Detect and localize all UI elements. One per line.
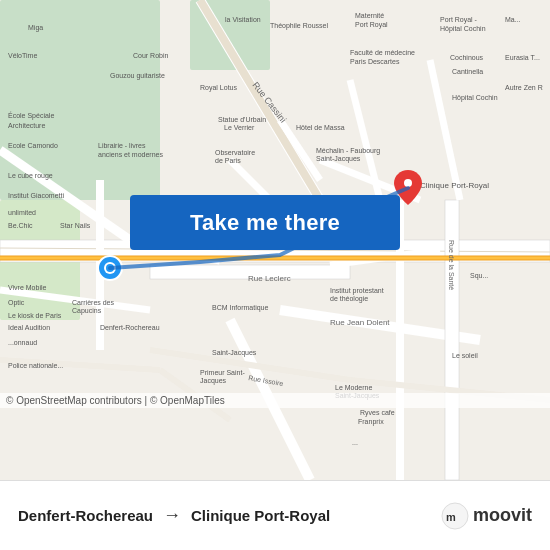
- svg-text:Jacques: Jacques: [200, 377, 227, 385]
- svg-text:Rue de la Santé: Rue de la Santé: [448, 240, 455, 290]
- svg-text:...: ...: [352, 439, 358, 446]
- bottom-bar: Denfert-Rochereau → Clinique Port-Royal …: [0, 480, 550, 550]
- origin-label: Denfert-Rochereau: [18, 507, 153, 524]
- svg-text:Squ...: Squ...: [470, 272, 488, 280]
- svg-text:Paris Descartes: Paris Descartes: [350, 58, 400, 65]
- svg-text:Port Royal -: Port Royal -: [440, 16, 478, 24]
- svg-text:Vivre Mobile: Vivre Mobile: [8, 284, 46, 291]
- svg-text:Capucins: Capucins: [72, 307, 102, 315]
- svg-text:Hôtel de Massa: Hôtel de Massa: [296, 124, 345, 131]
- svg-text:Cochinous: Cochinous: [450, 54, 484, 61]
- svg-text:Institut Giacometti: Institut Giacometti: [8, 192, 64, 199]
- svg-text:BCM Informatique: BCM Informatique: [212, 304, 269, 312]
- svg-text:Institut protestant: Institut protestant: [330, 287, 384, 295]
- svg-text:Librairie - livres: Librairie - livres: [98, 142, 146, 149]
- svg-text:Maternité: Maternité: [355, 12, 384, 19]
- route-info: Denfert-Rochereau → Clinique Port-Royal: [18, 505, 441, 526]
- svg-text:Cantinella: Cantinella: [452, 68, 483, 75]
- attribution-text: © OpenStreetMap contributors | © OpenMap…: [6, 395, 225, 406]
- svg-text:Clinique Port-Royal: Clinique Port-Royal: [420, 181, 489, 190]
- svg-text:Hôpital Cochin: Hôpital Cochin: [440, 25, 486, 33]
- svg-text:Eurasia T...: Eurasia T...: [505, 54, 540, 61]
- svg-text:Star Nails: Star Nails: [60, 222, 91, 229]
- take-me-there-button-container: Take me there: [130, 195, 400, 250]
- map-container: Boulevard Arago Rue Leclerc Rue Jean Dol…: [0, 0, 550, 480]
- svg-text:Ecole Camondo: Ecole Camondo: [8, 142, 58, 149]
- svg-text:Ideal Audition: Ideal Audition: [8, 324, 50, 331]
- svg-text:Le Moderne: Le Moderne: [335, 384, 372, 391]
- svg-text:Le Verrier: Le Verrier: [224, 124, 255, 131]
- svg-text:Le cube rouge: Le cube rouge: [8, 172, 53, 180]
- svg-text:Faculté de médecine: Faculté de médecine: [350, 49, 415, 56]
- moovit-logo: m moovit: [441, 502, 532, 530]
- svg-text:Cour Robin: Cour Robin: [133, 52, 169, 59]
- svg-text:Carrières des: Carrières des: [72, 299, 115, 306]
- svg-text:unlimited: unlimited: [8, 209, 36, 216]
- svg-text:Saint-Jacques: Saint-Jacques: [316, 155, 361, 163]
- svg-text:de Paris: de Paris: [215, 157, 241, 164]
- svg-text:Ma...: Ma...: [505, 16, 521, 23]
- svg-text:Royal Lotus: Royal Lotus: [200, 84, 237, 92]
- svg-text:Saint-Jacques: Saint-Jacques: [212, 349, 257, 357]
- take-me-there-button[interactable]: Take me there: [130, 195, 400, 250]
- svg-text:Miga: Miga: [28, 24, 43, 32]
- svg-text:Méchalin - Faubourg: Méchalin - Faubourg: [316, 147, 380, 155]
- moovit-logo-icon: m: [441, 502, 469, 530]
- moovit-text: moovit: [473, 505, 532, 526]
- svg-text:Franprix: Franprix: [358, 418, 384, 426]
- arrow-icon: →: [163, 505, 181, 526]
- svg-text:anciens et modernes: anciens et modernes: [98, 151, 163, 158]
- svg-text:Théophile Roussel: Théophile Roussel: [270, 22, 328, 30]
- destination-label: Clinique Port-Royal: [191, 507, 330, 524]
- svg-text:de théologie: de théologie: [330, 295, 368, 303]
- svg-text:m: m: [446, 511, 456, 523]
- svg-text:Denfert-Rochereau: Denfert-Rochereau: [100, 324, 160, 331]
- svg-text:VéloTime: VéloTime: [8, 52, 37, 59]
- svg-text:Gouzou guitariste: Gouzou guitariste: [110, 72, 165, 80]
- svg-text:Autre Zen R: Autre Zen R: [505, 84, 543, 91]
- svg-text:École Spéciale: École Spéciale: [8, 111, 54, 120]
- svg-text:Le soleil: Le soleil: [452, 352, 478, 359]
- svg-text:Rue Leclerc: Rue Leclerc: [248, 274, 291, 283]
- svg-point-98: [404, 179, 412, 187]
- svg-text:Port Royal: Port Royal: [355, 21, 388, 29]
- svg-text:Observatoire: Observatoire: [215, 149, 255, 156]
- svg-text:Statue d'Urbain: Statue d'Urbain: [218, 116, 266, 123]
- svg-text:la Visitation: la Visitation: [225, 16, 261, 23]
- svg-text:Ryves cafe: Ryves cafe: [360, 409, 395, 417]
- svg-text:Le kiosk de Paris: Le kiosk de Paris: [8, 312, 62, 319]
- svg-text:Hôpital Cochin: Hôpital Cochin: [452, 94, 498, 102]
- map-attribution: © OpenStreetMap contributors | © OpenMap…: [0, 393, 550, 408]
- svg-text:Optic: Optic: [8, 299, 25, 307]
- svg-text:Be.Chic: Be.Chic: [8, 222, 33, 229]
- svg-text:Architecture: Architecture: [8, 122, 45, 129]
- svg-text:...onnaud: ...onnaud: [8, 339, 37, 346]
- svg-text:Police nationale...: Police nationale...: [8, 362, 63, 369]
- svg-text:Rue Jean Dolent: Rue Jean Dolent: [330, 318, 390, 327]
- svg-text:Primeur Saint-: Primeur Saint-: [200, 369, 245, 376]
